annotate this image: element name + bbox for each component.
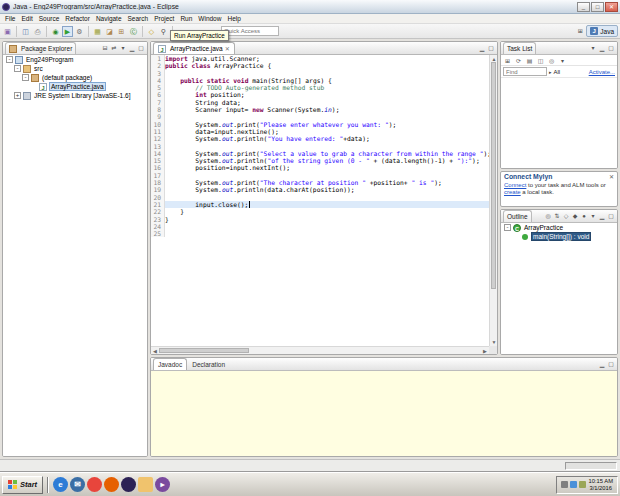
code-line-5[interactable]: 5 // TODO Auto-generated method stub bbox=[151, 84, 489, 91]
tray-icon-network[interactable] bbox=[570, 481, 577, 488]
code-line-20[interactable]: 20 bbox=[151, 194, 489, 201]
hide-non-public-icon[interactable]: ● bbox=[580, 210, 588, 222]
maximize-button[interactable]: □ bbox=[591, 2, 604, 12]
maximize-icon[interactable]: ▢ bbox=[607, 358, 615, 370]
outline-item-1[interactable]: main(String[]) : void bbox=[501, 232, 617, 241]
print-icon[interactable]: ⎙ bbox=[32, 26, 43, 37]
code-line-16[interactable]: 16 position=input.nextInt(); bbox=[151, 164, 489, 171]
outline-tab[interactable]: Outline bbox=[503, 210, 532, 222]
code-line-13[interactable]: 13 bbox=[151, 143, 489, 150]
view-menu-icon[interactable]: ▾ bbox=[589, 42, 597, 54]
pkg-item-1[interactable]: -src bbox=[3, 64, 147, 73]
maximize-icon[interactable]: ▢ bbox=[487, 42, 495, 54]
code-line-2[interactable]: 2public class ArrayPractice { bbox=[151, 62, 489, 69]
code-line-4[interactable]: 4 public static void main(String[] args)… bbox=[151, 77, 489, 84]
scroll-down-icon[interactable]: ▼ bbox=[490, 338, 497, 346]
menu-project[interactable]: Project bbox=[151, 15, 177, 22]
scope-dropdown-icon[interactable]: ▸ bbox=[549, 69, 552, 75]
view-menu-icon[interactable]: ▾ bbox=[119, 42, 127, 54]
open-type-icon[interactable]: ◇ bbox=[146, 26, 157, 37]
coverage-icon[interactable]: ▦ bbox=[92, 26, 103, 37]
filter-completed-icon[interactable]: ◫ bbox=[536, 57, 545, 64]
code-line-8[interactable]: 8 Scanner input= new Scanner(System.in); bbox=[151, 106, 489, 113]
expander-icon[interactable]: + bbox=[14, 92, 21, 99]
editor-tab-arraypractice[interactable]: J ArrayPractice.java ✕ bbox=[153, 42, 235, 54]
code-line-10[interactable]: 10 System.out.print("Please enter whatev… bbox=[151, 121, 489, 128]
tray-icon-battery[interactable] bbox=[579, 481, 586, 488]
synchronize-icon[interactable]: ⟳ bbox=[514, 57, 523, 64]
horizontal-scroll-thumb[interactable] bbox=[159, 348, 249, 353]
new-class-icon[interactable]: Ⓒ bbox=[128, 26, 139, 37]
task-list-tab[interactable]: Task List bbox=[503, 42, 536, 54]
find-input[interactable] bbox=[503, 67, 547, 76]
pkg-item-2[interactable]: -(default package) bbox=[3, 73, 147, 82]
minimize-icon[interactable]: ▁ bbox=[128, 42, 136, 54]
maximize-icon[interactable]: ▢ bbox=[137, 42, 145, 54]
maximize-icon[interactable]: ▢ bbox=[607, 210, 615, 222]
expander-icon[interactable]: - bbox=[6, 56, 13, 63]
code-area[interactable]: 1import java.util.Scanner;2public class … bbox=[151, 55, 489, 346]
code-line-11[interactable]: 11 data=input.nextLine(); bbox=[151, 128, 489, 135]
focus-icon[interactable]: ◎ bbox=[544, 210, 552, 222]
menu-file[interactable]: File bbox=[2, 15, 18, 22]
search-icon[interactable]: ⚲ bbox=[158, 26, 169, 37]
code-line-1[interactable]: 1import java.util.Scanner; bbox=[151, 55, 489, 62]
vertical-scrollbar[interactable]: ▲ ▼ bbox=[489, 55, 497, 346]
close-button[interactable]: ✕ bbox=[605, 2, 618, 12]
expander-icon[interactable]: - bbox=[14, 65, 21, 72]
code-line-15[interactable]: 15 System.out.println("of the string giv… bbox=[151, 157, 489, 164]
new-package-icon[interactable]: ⊞ bbox=[116, 26, 127, 37]
pkg-item-0[interactable]: -Eng249Program bbox=[3, 55, 147, 64]
taskbar-icon-folder[interactable] bbox=[138, 477, 153, 492]
menu-edit[interactable]: Edit bbox=[18, 15, 35, 22]
code-line-24[interactable]: 24 bbox=[151, 223, 489, 230]
new-java-project-icon[interactable]: ◪ bbox=[104, 26, 115, 37]
code-line-21[interactable]: 21 input.close(); bbox=[151, 201, 489, 208]
code-line-25[interactable]: 25 bbox=[151, 230, 489, 237]
taskbar-icon-eclipse[interactable] bbox=[121, 477, 136, 492]
tab-javadoc[interactable]: Javadoc bbox=[153, 358, 187, 370]
new-wizard-icon[interactable]: ▣ bbox=[2, 26, 13, 37]
outline-item-0[interactable]: -CArrayPractice bbox=[501, 223, 617, 232]
link-with-editor-icon[interactable]: ⇄ bbox=[110, 42, 118, 54]
java-perspective-button[interactable]: J Java bbox=[586, 25, 618, 37]
pkg-item-3[interactable]: JArrayPractice.java bbox=[3, 82, 147, 91]
taskbar-icon-chrome[interactable] bbox=[87, 477, 102, 492]
scroll-right-icon[interactable]: ▶ bbox=[481, 347, 489, 354]
code-line-23[interactable]: 23} bbox=[151, 216, 489, 223]
categorized-icon[interactable]: ▤ bbox=[525, 57, 534, 64]
menu-run[interactable]: Run bbox=[177, 15, 195, 22]
menu-refactor[interactable]: Refactor bbox=[62, 15, 93, 22]
open-perspective-icon[interactable]: ⊞ bbox=[576, 25, 584, 37]
code-line-19[interactable]: 19 System.out.println(data.charAt(positi… bbox=[151, 186, 489, 193]
code-line-12[interactable]: 12 System.out.println("You have entered:… bbox=[151, 135, 489, 142]
hide-fields-icon[interactable]: ◇ bbox=[562, 210, 570, 222]
debug-icon[interactable]: ◉ bbox=[50, 26, 61, 37]
menu-navigate[interactable]: Navigate bbox=[93, 15, 125, 22]
taskbar-clock[interactable]: 10:15 AM 3/1/2016 bbox=[589, 478, 614, 491]
code-line-9[interactable]: 9 bbox=[151, 113, 489, 120]
view-menu-icon[interactable]: ▾ bbox=[589, 210, 597, 222]
run-icon[interactable]: ▶ bbox=[62, 26, 73, 37]
code-line-7[interactable]: 7 String data; bbox=[151, 99, 489, 106]
tray-icon-volume[interactable] bbox=[561, 481, 568, 488]
code-line-17[interactable]: 17 bbox=[151, 172, 489, 179]
minimize-icon[interactable]: ▁ bbox=[598, 358, 606, 370]
mylyn-close-icon[interactable]: ✕ bbox=[609, 173, 614, 180]
focus-on-workweek-icon[interactable]: ◎ bbox=[547, 57, 556, 64]
editor-tab-close-icon[interactable]: ✕ bbox=[225, 45, 230, 52]
code-line-3[interactable]: 3 bbox=[151, 70, 489, 77]
minimize-icon[interactable]: ▁ bbox=[598, 210, 606, 222]
scope-label[interactable]: All bbox=[554, 69, 561, 75]
mylyn-link-connect[interactable]: Connect bbox=[504, 182, 526, 188]
expander-icon[interactable]: - bbox=[22, 74, 29, 81]
vertical-scroll-thumb[interactable] bbox=[491, 62, 496, 289]
taskbar-icon-internet-explorer[interactable]: e bbox=[53, 477, 68, 492]
activate-link[interactable]: Activate... bbox=[589, 69, 615, 75]
minimize-icon[interactable]: ▁ bbox=[478, 42, 486, 54]
menu-help[interactable]: Help bbox=[224, 15, 243, 22]
minimize-icon[interactable]: ▁ bbox=[598, 42, 606, 54]
mylyn-link-create[interactable]: create bbox=[504, 189, 521, 195]
view-menu-icon[interactable]: ▾ bbox=[558, 57, 567, 64]
sort-icon[interactable]: ⇅ bbox=[553, 210, 561, 222]
